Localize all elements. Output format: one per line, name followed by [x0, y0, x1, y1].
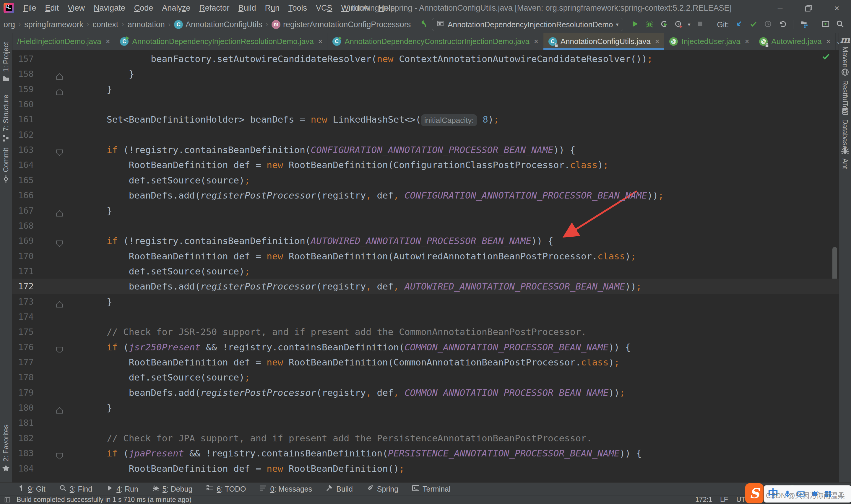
code-line-177[interactable]: 177RootBeanDefinition def = new RootBean…: [13, 355, 838, 370]
tab-annotationdependencyconstructorinjectiondemo-java[interactable]: CAnnotationDependencyConstructorInjectio…: [327, 33, 543, 50]
tab-annotationdependencyinjectionresolutiondemo-java[interactable]: CAnnotationDependencyInjectionResolution…: [115, 33, 327, 50]
tab-injecteduser-java[interactable]: @InjectedUser.java×: [664, 33, 754, 50]
minimize-button[interactable]: –: [766, 0, 794, 16]
tab-annotationconfigutils-java[interactable]: CAnnotationConfigUtils.java×: [543, 33, 665, 50]
menu-tools[interactable]: Tools: [284, 3, 311, 13]
toolwindow-button-6-todo[interactable]: 6: TODO: [206, 484, 246, 494]
run-configuration-select[interactable]: AnnotationDependencyInjectionResolutionD…: [432, 18, 623, 31]
code-line-180[interactable]: 180}: [13, 400, 838, 415]
profiler-button[interactable]: [673, 19, 684, 30]
sidebar-item-ant[interactable]: Ant: [839, 146, 851, 169]
fold-marker-icon[interactable]: [56, 70, 64, 78]
play-button[interactable]: [630, 19, 640, 30]
code-line-181[interactable]: 181: [13, 415, 838, 430]
toolbox-grid-icon[interactable]: [824, 489, 833, 498]
code-line-165[interactable]: 165def.setSource(source);: [13, 173, 838, 188]
breadcrumb-item[interactable]: context: [92, 20, 118, 29]
sidebar-item-maven[interactable]: mMaven: [839, 35, 851, 68]
code-line-178[interactable]: 178def.setSource(source);: [13, 370, 838, 385]
microphone-icon[interactable]: [783, 489, 792, 498]
tab--fieldinjectiondemo-java[interactable]: /FieldInjectionDemo.java×: [13, 33, 115, 50]
menu-view[interactable]: View: [63, 3, 89, 13]
fold-marker-icon[interactable]: [56, 206, 64, 215]
code-line-167[interactable]: 167}: [13, 203, 838, 218]
fold-marker-icon[interactable]: [56, 85, 64, 93]
toolwindow-button-spring[interactable]: Spring: [366, 484, 398, 494]
toolwindow-button-5-debug[interactable]: 5: Debug: [152, 484, 192, 494]
sidebar-item-commit[interactable]: Commit: [0, 148, 12, 184]
code-line-172[interactable]: 172beanDefs.add(registerPostProcessor(re…: [13, 278, 838, 294]
tab-close-icon[interactable]: ×: [534, 37, 538, 46]
sidebar-item-2-favorites[interactable]: 2: Favorites: [0, 425, 12, 473]
breadcrumb-item[interactable]: springframework: [24, 20, 83, 29]
code-line-171[interactable]: 171def.setSource(source);: [13, 264, 838, 279]
code-line-158[interactable]: 158}: [13, 66, 838, 82]
coverage-button[interactable]: [659, 19, 669, 30]
code-line-157[interactable]: 157beanFactory.setAutowireCandidateResol…: [13, 51, 838, 67]
sidebar-item-7-structure[interactable]: 7: Structure: [0, 94, 12, 143]
fold-marker-icon[interactable]: [56, 146, 64, 154]
code-line-176[interactable]: 176if (jsr250Present && !registry.contai…: [13, 339, 838, 355]
ime-language-indicator[interactable]: 中: [768, 485, 778, 503]
code-line-168[interactable]: 168: [13, 218, 838, 233]
code-line-173[interactable]: 173}: [13, 294, 838, 309]
tab-close-icon[interactable]: ×: [106, 37, 110, 46]
menu-analyze[interactable]: Analyze: [158, 3, 195, 13]
code-line-179[interactable]: 179beanDefs.add(registerPostProcessor(re…: [13, 385, 838, 400]
breadcrumb-class[interactable]: CAnnotationConfigUtils: [174, 20, 262, 29]
menu-run[interactable]: Run: [260, 3, 284, 13]
fold-marker-icon[interactable]: [56, 343, 64, 351]
menu-navigate[interactable]: Navigate: [89, 3, 130, 13]
fold-marker-icon[interactable]: [56, 237, 64, 245]
breadcrumb-method[interactable]: mregisterAnnotationConfigProcessors: [272, 20, 411, 29]
menu-edit[interactable]: Edit: [41, 3, 64, 13]
project-structure-button[interactable]: [799, 19, 809, 30]
restore-button[interactable]: [794, 0, 822, 16]
search-everywhere-button[interactable]: [835, 19, 845, 30]
skin-icon[interactable]: [810, 489, 819, 498]
fold-marker-icon[interactable]: [56, 403, 64, 412]
toolwindow-button-3-find[interactable]: 3: Find: [59, 484, 92, 494]
tab-close-icon[interactable]: ×: [655, 37, 659, 46]
code-line-182[interactable]: 182// Check for JPA support, and if pres…: [13, 430, 838, 446]
code-line-161[interactable]: 161Set<BeanDefinitionHolder> beanDefs = …: [13, 112, 838, 127]
profiler-chevron-icon[interactable]: ▾: [688, 21, 691, 28]
toolwindow-button-build[interactable]: Build: [326, 484, 353, 494]
back-hook-icon[interactable]: [419, 20, 428, 29]
toolwindow-button-0-messages[interactable]: 0: Messages: [259, 484, 312, 494]
breadcrumb-item[interactable]: org: [3, 20, 15, 29]
toolwindow-button-4-run[interactable]: 4: Run: [106, 484, 138, 494]
sidebar-item-database[interactable]: Database: [839, 107, 851, 149]
code-line-184[interactable]: 184RootBeanDefinition def = new RootBean…: [13, 461, 838, 476]
sogou-logo-icon[interactable]: S: [745, 483, 763, 503]
history-clock-button[interactable]: [763, 19, 773, 30]
code-line-175[interactable]: 175// Check for JSR-250 support, and if …: [13, 324, 838, 339]
run-window-button[interactable]: [820, 19, 831, 30]
line-ending-indicator[interactable]: LF: [720, 496, 728, 504]
menu-vcs[interactable]: VCS: [311, 3, 337, 13]
menu-refactor[interactable]: Refactor: [195, 3, 234, 13]
code-line-162[interactable]: 162: [13, 127, 838, 142]
toolwindow-button-terminal[interactable]: Terminal: [412, 484, 450, 494]
keyboard-icon[interactable]: [797, 489, 805, 498]
toolwindow-button-9-git[interactable]: 9: Git: [17, 484, 46, 494]
menu-build[interactable]: Build: [234, 3, 260, 13]
tab-close-icon[interactable]: ×: [745, 37, 749, 46]
code-line-160[interactable]: 160: [13, 96, 838, 112]
tab-autowired-java[interactable]: @Autowired.java×: [754, 33, 835, 50]
fold-marker-icon[interactable]: [56, 298, 64, 305]
code-line-174[interactable]: 174: [13, 309, 838, 324]
menu-code[interactable]: Code: [130, 3, 158, 13]
tab-close-icon[interactable]: ×: [318, 37, 323, 46]
code-line-183[interactable]: 183if (jpaPresent && !registry.containsB…: [13, 446, 838, 461]
menu-file[interactable]: File: [19, 3, 41, 13]
breadcrumb-item[interactable]: annotation: [128, 20, 165, 29]
toolwindow-toggle-icon[interactable]: [4, 497, 11, 503]
commit-check-button[interactable]: [748, 19, 759, 30]
code-editor[interactable]: 157beanFactory.setAutowireCandidateResol…: [13, 50, 838, 482]
code-line-169[interactable]: 169if (!registry.containsBeanDefinition(…: [13, 233, 838, 249]
caret-position[interactable]: 172:1: [695, 496, 712, 504]
update-arrow-button[interactable]: [734, 19, 744, 30]
sidebar-item-1-project[interactable]: 1: Project: [0, 42, 12, 84]
code-line-166[interactable]: 166beanDefs.add(registerPostProcessor(re…: [13, 187, 838, 203]
